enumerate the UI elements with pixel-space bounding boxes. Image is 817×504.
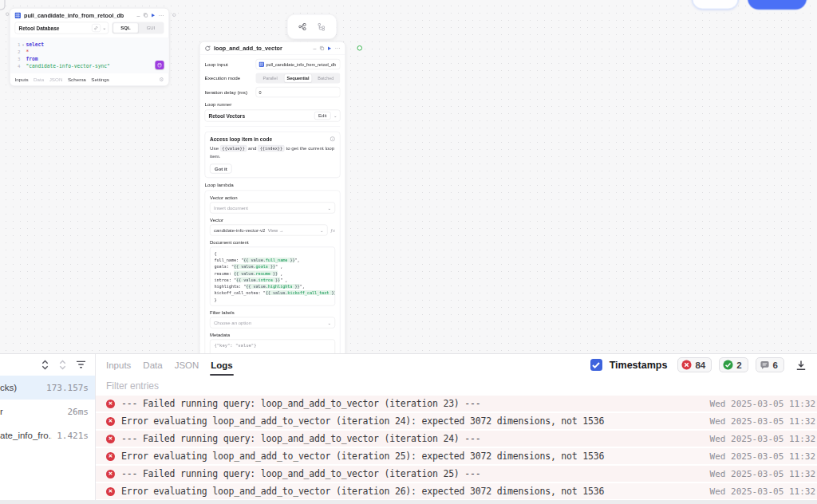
block-title: loop_and_add_to_vector <box>214 45 310 52</box>
gear-icon[interactable]: ⚙ <box>159 77 164 83</box>
block-pull-candidate-info[interactable]: pull_candidate_info_from_retool_db – ⋯ R… <box>10 8 169 86</box>
success-count-badge[interactable]: 2 <box>719 357 748 372</box>
block-run-time: 26ms <box>68 407 89 417</box>
log-entry[interactable]: --- Failed running query: loop_and_add_t… <box>96 431 817 448</box>
log-message: Error evaluating loop_and_add_to_vector … <box>121 486 704 497</box>
got-it-button[interactable]: Got it <box>210 164 232 174</box>
vector-view-link[interactable]: View → <box>268 228 284 233</box>
more-icon[interactable]: ⋯ <box>335 45 341 51</box>
minimize-icon[interactable]: – <box>137 13 140 18</box>
block-header: pull_candidate_info_from_retool_db – ⋯ <box>10 9 169 22</box>
run-block-icon[interactable] <box>152 13 156 18</box>
duplicate-icon[interactable] <box>144 13 148 18</box>
footer-tab-inputs[interactable]: Inputs <box>15 77 29 82</box>
iteration-delay-input[interactable]: 0 <box>256 87 341 97</box>
exec-mode-parallel[interactable]: Parallel <box>257 74 284 83</box>
logs-main: InputsDataJSONLogs Timestamps 84 2 6 <box>96 354 817 504</box>
error-icon <box>106 452 115 461</box>
chevron-down-icon[interactable]: ⌄ <box>102 26 106 31</box>
log-entry[interactable]: Error evaluating loop_and_add_to_vector … <box>96 483 817 501</box>
filter-icon[interactable] <box>76 360 86 369</box>
connector-port-left[interactable] <box>6 13 10 17</box>
blocks-run-list: cks)173.157sr26msate_info_fro...1.421s <box>0 354 96 504</box>
resource-select[interactable]: Retool Database ⌄ <box>15 22 109 34</box>
error-circle-icon <box>681 360 692 370</box>
log-entry[interactable]: --- Failed running query: loop_and_add_t… <box>96 466 817 483</box>
minimize-icon[interactable]: – <box>314 45 317 51</box>
tab-json[interactable]: JSON <box>175 360 199 376</box>
vector-select[interactable]: candidate-info-vector-v2 View → ⌄ <box>210 225 328 236</box>
tab-data[interactable]: Data <box>143 360 162 376</box>
code-line: 4"candidate-info-vector-sync" <box>10 63 169 70</box>
document-content-editor[interactable]: {full_name: "{{ value.full_name }}",goal… <box>210 247 335 306</box>
edit-button[interactable]: Edit <box>314 112 330 120</box>
loop-runner-select[interactable]: Retool Vectors Edit ⌄ <box>205 110 341 122</box>
loop-icon <box>205 45 211 52</box>
bottom-panel: cks)173.157sr26msate_info_fro...1.421s I… <box>0 353 817 504</box>
sort-icon[interactable] <box>41 360 49 370</box>
download-logs-icon[interactable] <box>795 360 807 371</box>
mode-tab-sql[interactable]: SQL <box>113 23 139 33</box>
tab-logs[interactable]: Logs <box>211 360 232 376</box>
line-number: 2 <box>10 49 21 56</box>
log-entry[interactable]: Error evaluating loop_and_add_to_vector … <box>96 413 817 431</box>
log-message: --- Failed running query: loop_and_add_t… <box>121 433 704 444</box>
timestamps-label[interactable]: Timestamps <box>610 360 668 371</box>
timestamps-checkbox[interactable] <box>590 359 602 371</box>
messages-count: 6 <box>773 360 778 370</box>
sort-secondary-icon[interactable] <box>58 360 67 370</box>
chevron-down-icon[interactable]: ⌄ <box>334 113 337 119</box>
mode-tab-gui[interactable]: GUI <box>139 23 164 33</box>
error-count: 84 <box>695 360 705 370</box>
vector-action-select[interactable]: Insert document ⌄ <box>210 203 335 214</box>
error-count-badge[interactable]: 84 <box>677 357 712 372</box>
loop-lambda-section: Vector action Insert document ⌄ Vector c… <box>205 191 341 354</box>
secondary-action-button[interactable] <box>692 0 739 10</box>
doc-code-line: highlights: "{{ value.highlights }}", <box>215 283 331 289</box>
primary-action-button[interactable] <box>748 0 807 10</box>
code-line: 1▾select <box>10 41 169 49</box>
block-name: r <box>0 407 63 416</box>
footer-tab-data[interactable]: Data <box>34 77 44 82</box>
log-entry[interactable]: --- Failed running query: loop_and_add_t… <box>96 396 817 413</box>
filter-labels-select[interactable]: Choose an option ⌄ <box>210 317 335 329</box>
workflow-canvas[interactable]: pull_candidate_info_from_retool_db – ⋯ R… <box>0 0 817 353</box>
footer-tab-schema[interactable]: Schema <box>68 77 86 82</box>
block-list-item[interactable]: ate_info_fro...1.421s <box>0 423 95 447</box>
horizontal-scrollbar[interactable] <box>0 500 817 504</box>
duplicate-icon[interactable] <box>320 46 325 51</box>
success-count: 2 <box>736 360 741 370</box>
vector-action-value: Insert document <box>214 205 248 211</box>
link-icon[interactable] <box>92 24 101 32</box>
block-list-item[interactable]: cks)173.157s <box>0 376 95 400</box>
connector-port-right[interactable] <box>172 14 176 18</box>
tab-inputs[interactable]: Inputs <box>106 360 131 376</box>
metadata-editor[interactable]: {"key": "value"} <box>210 340 335 354</box>
log-entry[interactable]: Error evaluating loop_and_add_to_vector … <box>96 448 817 466</box>
log-message: --- Failed running query: loop_and_add_t… <box>121 398 704 409</box>
info-icon[interactable] <box>330 136 336 142</box>
code-line: 3from <box>10 56 169 63</box>
fx-icon[interactable]: ƒx <box>330 227 335 233</box>
log-timestamp: Wed 2025-03-05 11:32 <box>710 434 815 444</box>
footer-tab-settings[interactable]: Settings <box>91 77 109 82</box>
fold-caret-icon[interactable]: ▾ <box>21 41 26 49</box>
filter-entries-input[interactable]: Filter entries <box>96 376 817 396</box>
sql-editor[interactable]: 1▾select2*3from4"candidate-info-vector-s… <box>10 38 169 73</box>
footer-tab-json[interactable]: JSON <box>49 77 63 82</box>
loop-connector-port[interactable] <box>357 45 363 51</box>
doc-code-line: { <box>215 250 331 257</box>
messages-count-badge[interactable]: 6 <box>756 357 784 372</box>
run-block-icon[interactable] <box>328 46 332 51</box>
filter-labels-label: Filter labels <box>210 309 335 315</box>
more-icon[interactable]: ⋯ <box>159 13 164 18</box>
block-list-item[interactable]: r26ms <box>0 400 95 423</box>
workflow-graph-icon[interactable] <box>298 22 307 31</box>
loop-input-select[interactable]: pull_candidate_info_from_retool_db <box>256 59 341 69</box>
exec-mode-sequential[interactable]: Sequential <box>284 74 312 83</box>
block-run-time: 173.157s <box>46 383 89 393</box>
exec-mode-batched[interactable]: Batched <box>312 74 339 83</box>
tree-view-icon[interactable] <box>318 22 326 31</box>
block-loop-and-add-to-vector[interactable]: loop_and_add_to_vector – ⋯ Loop input pu… <box>199 41 345 353</box>
doc-code-line: full_name: "{{ value.full_name }}", <box>215 257 331 263</box>
